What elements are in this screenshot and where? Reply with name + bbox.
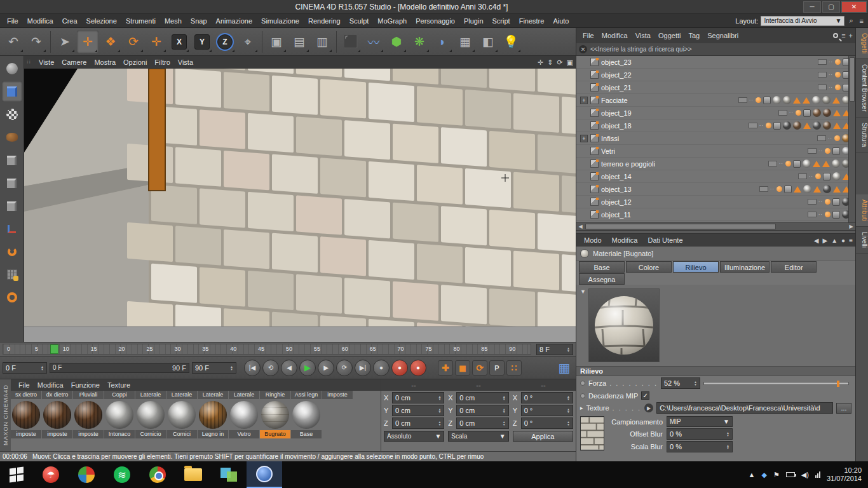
taskbar-clock[interactable]: 10:20 31/07/2014	[827, 466, 862, 483]
autokey-button[interactable]: ●	[391, 360, 408, 376]
taskbar-app-files[interactable]	[175, 461, 211, 488]
phong-tag-icon[interactable]	[832, 97, 840, 104]
uvw-tag-icon[interactable]	[832, 211, 840, 219]
coord-field[interactable]: 0 cm▲▼	[392, 417, 444, 429]
uvw-tag-icon[interactable]	[832, 147, 840, 155]
layout-select[interactable]: Interfaccia di Avvio▼	[761, 16, 844, 26]
om-menu-oggetti[interactable]: Oggetti	[654, 32, 684, 39]
visibility-dots-icon[interactable]: ··	[809, 173, 813, 179]
record-pla-toggle[interactable]: ∷	[506, 360, 522, 376]
selection-tag-icon[interactable]	[766, 123, 771, 128]
texture-tag-icon[interactable]	[822, 96, 831, 104]
om-menu-file[interactable]: File	[579, 32, 598, 39]
material-name-label[interactable]: Laterale	[135, 391, 166, 399]
forza-field[interactable]: 52 %▲▼	[661, 377, 700, 389]
render-view-icon[interactable]: ▣	[266, 30, 287, 53]
start-button[interactable]	[0, 461, 33, 488]
uvw-tag-icon[interactable]	[793, 160, 801, 168]
material-item[interactable]: Cornici	[166, 401, 197, 451]
taskbar-app-stats[interactable]	[69, 461, 104, 488]
menu-item-plugin[interactable]: Plugin	[459, 14, 488, 28]
selection-tag-icon[interactable]	[825, 212, 831, 217]
axis-mode-button[interactable]	[2, 219, 22, 239]
layer-state-icon[interactable]	[798, 173, 807, 179]
phong-tag-icon[interactable]	[833, 110, 841, 116]
lock-icon[interactable]: ●	[841, 237, 845, 244]
filter-icon[interactable]: ≡	[841, 32, 845, 39]
object-name[interactable]: object_11	[601, 211, 631, 219]
material-item-selected[interactable]: Bugnato	[260, 401, 290, 451]
selection-tag-icon[interactable]	[834, 135, 840, 141]
taskbar-app-chrome[interactable]	[140, 461, 175, 488]
dock-tab-struttura[interactable]: Struttura	[856, 118, 868, 152]
material-tab-base[interactable]: Base	[579, 261, 625, 273]
selection-tag-icon[interactable]	[796, 110, 801, 116]
action-center-flag-icon[interactable]: ⚑	[773, 471, 780, 479]
volume-icon[interactable]: ◀)	[801, 471, 809, 479]
object-name[interactable]: object_12	[601, 198, 632, 206]
viewport-pan-icon[interactable]: ✛	[538, 58, 543, 67]
dock-tab-livelli[interactable]: Livelli	[856, 227, 868, 254]
coord-field[interactable]: 0 cm▲▼	[456, 392, 508, 403]
search-icon[interactable]: ⌕	[847, 17, 855, 25]
coord-field[interactable]: 0 cm▲▼	[392, 405, 444, 416]
material-menu-file[interactable]: File	[15, 381, 34, 389]
material-name-label[interactable]: Ringhie	[260, 391, 290, 399]
phong-tag-icon[interactable]	[833, 123, 841, 129]
viewport-zoom-icon[interactable]: ⇕	[547, 58, 553, 67]
menu-item-aiuto[interactable]: Aiuto	[548, 14, 573, 28]
visibility-dots-icon[interactable]: ··	[829, 59, 833, 65]
material-tab-rilievo[interactable]: Rilievo	[673, 261, 719, 273]
phong-tag-icon[interactable]	[793, 97, 801, 104]
clear-search-icon[interactable]: ✕	[579, 45, 587, 53]
add-spline-icon[interactable]: 〰	[363, 30, 384, 53]
material-name-label[interactable]: Pluviali	[73, 391, 104, 399]
texture-tag-icon[interactable]	[823, 185, 831, 193]
om-menu-segnalibri[interactable]: Segnalibri	[703, 32, 742, 39]
keyframe-dot[interactable]	[580, 393, 585, 398]
uvw-tag-icon[interactable]	[823, 173, 831, 180]
attribute-tab-modo[interactable]: Modo	[579, 236, 607, 244]
last-tool-icon[interactable]: ✛	[146, 30, 167, 53]
polygons-mode-button[interactable]	[2, 196, 22, 216]
selection-tag-icon[interactable]	[785, 161, 791, 166]
uvw-tag-icon[interactable]	[763, 97, 771, 104]
phong-tag-icon[interactable]	[803, 97, 810, 104]
visibility-dots-icon[interactable]: ··	[759, 123, 764, 128]
collapse-icon[interactable]: ▼	[580, 288, 586, 366]
taskbar-app-photos[interactable]	[211, 461, 247, 488]
texture-tag-icon[interactable]	[812, 96, 820, 104]
coord-field[interactable]: 0 cm▲▼	[392, 392, 444, 403]
visibility-dots-icon[interactable]: ··	[770, 186, 775, 192]
visibility-dots-icon[interactable]: ··	[789, 110, 794, 116]
viewport-rotate-icon[interactable]: ⟳	[557, 58, 562, 67]
playback-range-slider[interactable]: 0 F 90 F	[50, 363, 189, 373]
forza-slider[interactable]	[703, 382, 849, 385]
object-name[interactable]: object_14	[601, 173, 632, 180]
layer-state-icon[interactable]	[808, 148, 817, 154]
texture-tag-icon[interactable]	[803, 159, 811, 168]
minimize-button[interactable]: ─	[803, 1, 821, 13]
selection-tag-icon[interactable]	[815, 173, 821, 179]
range-end-field[interactable]: 90 F▲▼	[192, 362, 236, 374]
material-name-label[interactable]: Laterale	[198, 391, 228, 399]
material-menu-modifica[interactable]: Modifica	[34, 381, 67, 389]
scale-tool-icon[interactable]: ❖	[100, 30, 121, 53]
workplane-disc-button[interactable]	[2, 127, 22, 147]
material-tab-illuminazione[interactable]: Illuminazione	[720, 261, 770, 273]
decadenza-checkbox[interactable]: ✓	[641, 391, 649, 400]
add-mograph-icon[interactable]: ❋	[409, 30, 430, 53]
edges-mode-button[interactable]	[2, 173, 22, 193]
timeline-ruler[interactable]: 051015202530354045505560657075808590	[3, 344, 531, 355]
coord-field[interactable]: 0 °▲▼	[521, 405, 573, 416]
add-light-icon[interactable]: 💡	[500, 30, 522, 53]
object-name[interactable]: Facciate	[601, 97, 628, 104]
object-name[interactable]: object_23	[601, 58, 632, 66]
selection-tag-icon[interactable]	[825, 148, 831, 154]
menu-item-crea[interactable]: Crea	[58, 14, 82, 28]
texture-tag-icon[interactable]	[783, 121, 791, 130]
record-rotation-toggle[interactable]: ⟳	[472, 360, 487, 376]
object-name[interactable]: object_13	[601, 186, 632, 193]
texture-tag-icon[interactable]	[832, 172, 841, 180]
object-row[interactable]: object_13··	[576, 183, 855, 196]
